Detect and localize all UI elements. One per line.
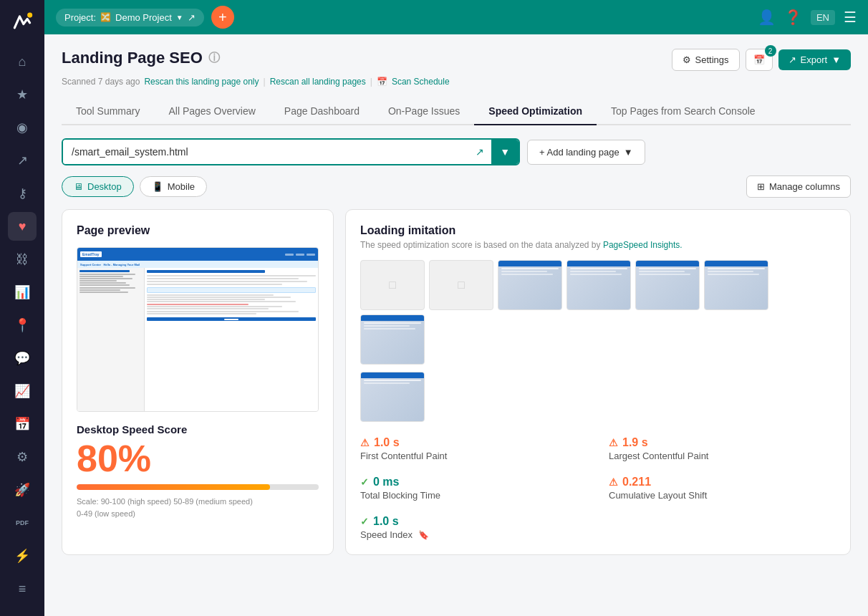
rescan-all-link[interactable]: Rescan all landing pages bbox=[270, 77, 366, 87]
content-area: Landing Page SEO ⓘ ⚙ Settings 📅 2 ↗ Expo… bbox=[44, 34, 868, 616]
metric-lcp-label: Largest Contentful Paint bbox=[609, 451, 836, 461]
chat-icon[interactable]: 💬 bbox=[8, 344, 37, 372]
tab-all-pages-overview[interactable]: All Pages Overview bbox=[154, 98, 269, 125]
link-icon[interactable]: ⛓ bbox=[8, 245, 37, 274]
pagespeed-link[interactable]: PageSpeed Insights. bbox=[603, 240, 683, 250]
divider2: | bbox=[370, 77, 372, 87]
list-icon[interactable]: ≡ bbox=[8, 574, 37, 603]
help-circle-icon[interactable]: ⓘ bbox=[208, 51, 220, 66]
bar-chart-icon[interactable]: 📊 bbox=[8, 278, 37, 307]
external-link-icon[interactable]: ↗ bbox=[468, 140, 491, 164]
view-toggle-bar: 🖥 Desktop 📱 Mobile ⊞ Manage columns bbox=[62, 175, 851, 198]
warning-icon: ⚠ bbox=[360, 437, 370, 448]
menu-icon[interactable]: ☰ bbox=[844, 9, 857, 26]
mobile-icon: 📱 bbox=[152, 181, 163, 192]
metric-cls: ⚠ 0.211 Cumulative Layout Shift bbox=[609, 476, 836, 501]
screenshot-thumb-1: □ bbox=[360, 260, 425, 310]
mobile-toggle[interactable]: 📱 Mobile bbox=[140, 176, 207, 197]
calendar-button[interactable]: 📅 2 bbox=[746, 49, 773, 71]
screenshot-strip-row2 bbox=[360, 372, 836, 422]
location-icon[interactable]: 📍 bbox=[8, 311, 37, 340]
screenshot-strip-row1: □ □ bbox=[360, 260, 836, 365]
main-wrapper: Project: 🔀 Demo Project ▼ ↗ + 👤 ❓ EN ☰ L… bbox=[44, 0, 868, 616]
page-title: Landing Page SEO ⓘ bbox=[62, 49, 220, 67]
chart-icon[interactable]: ↗ bbox=[8, 146, 37, 175]
metric-lcp-value: ⚠ 1.9 s bbox=[609, 436, 836, 449]
export-arrow-icon: ↗ bbox=[789, 54, 796, 65]
tab-tool-summary[interactable]: Tool Summary bbox=[62, 98, 154, 125]
chevron-down-icon: ▼ bbox=[624, 147, 633, 158]
add-project-button[interactable]: + bbox=[211, 6, 234, 29]
calendar-icon: 📅 bbox=[753, 54, 765, 65]
metric-si-value: ✓ 1.0 s bbox=[360, 515, 587, 528]
app-logo bbox=[8, 7, 37, 36]
analytics2-icon[interactable]: 📈 bbox=[8, 377, 37, 405]
speed-bar-fill bbox=[77, 484, 270, 490]
page-title-group: Landing Page SEO ⓘ bbox=[62, 49, 220, 67]
warning-icon: ⚠ bbox=[609, 437, 618, 448]
key-icon[interactable]: ⚷ bbox=[8, 179, 37, 208]
metric-si: ✓ 1.0 s Speed Index 🔖 bbox=[360, 515, 587, 540]
metric-lcp: ⚠ 1.9 s Largest Contentful Paint bbox=[609, 436, 836, 461]
chevron-down-icon: ▼ bbox=[176, 14, 183, 21]
loading-subtitle: The speed optimization score is based on… bbox=[360, 240, 836, 250]
screenshot-thumb-2: □ bbox=[429, 260, 493, 310]
scan-schedule-link[interactable]: Scan Schedule bbox=[392, 77, 450, 87]
help-icon[interactable]: ❓ bbox=[784, 9, 802, 26]
speed-score-value: 80% bbox=[77, 440, 319, 477]
pdf-icon[interactable]: PDF bbox=[8, 509, 37, 537]
metric-tbt: ✓ 0 ms Total Blocking Time bbox=[360, 476, 587, 501]
rescan-page-link[interactable]: Rescan this landing page only bbox=[144, 77, 259, 87]
right-panel: Loading imitation The speed optimization… bbox=[345, 209, 851, 555]
warning-icon: ⚠ bbox=[609, 476, 618, 488]
language-toggle[interactable]: EN bbox=[811, 10, 835, 25]
metric-tbt-label: Total Blocking Time bbox=[360, 490, 587, 501]
metric-si-label: Speed Index 🔖 bbox=[360, 529, 587, 540]
bolt-icon[interactable]: ⚡ bbox=[8, 542, 37, 570]
project-selector[interactable]: Project: 🔀 Demo Project ▼ ↗ bbox=[56, 9, 204, 27]
speed-bar-track bbox=[77, 484, 319, 490]
device-toggle-group: 🖥 Desktop 📱 Mobile bbox=[62, 176, 207, 197]
main-panels: Page preview EmailTray S bbox=[62, 209, 851, 555]
url-dropdown-button[interactable]: ▼ bbox=[491, 140, 519, 164]
metric-fcp-label: First Contentful Paint bbox=[360, 451, 587, 461]
scan-schedule-icon: 📅 bbox=[377, 77, 387, 87]
scanned-text: Scanned 7 days ago bbox=[62, 77, 140, 87]
screenshot-thumb-6 bbox=[704, 260, 768, 310]
left-panel: Page preview EmailTray S bbox=[62, 209, 334, 555]
user-icon[interactable]: 👤 bbox=[758, 9, 776, 26]
star-icon[interactable]: ★ bbox=[8, 80, 37, 109]
main-tabs: Tool Summary All Pages Overview Page Das… bbox=[62, 98, 851, 125]
url-input-wrapper: ↗ ▼ bbox=[62, 138, 520, 165]
metric-cls-value: ⚠ 0.211 bbox=[609, 476, 836, 489]
external-link-icon[interactable]: ↗ bbox=[188, 12, 196, 23]
topbar-actions: 👤 ❓ EN ☰ bbox=[758, 9, 857, 26]
desktop-toggle[interactable]: 🖥 Desktop bbox=[62, 176, 134, 197]
manage-columns-button[interactable]: ⊞ Manage columns bbox=[746, 175, 851, 198]
settings-button[interactable]: ⚙ Settings bbox=[672, 49, 740, 71]
speed-scale-text: Scale: 90-100 (high speed) 50-89 (medium… bbox=[77, 496, 319, 519]
tab-top-pages-search-console[interactable]: Top Pages from Search Console bbox=[597, 98, 770, 125]
rocket-icon[interactable]: 🚀 bbox=[8, 476, 37, 504]
url-input[interactable] bbox=[63, 140, 468, 164]
project-name: Demo Project bbox=[115, 12, 172, 23]
calendar2-icon[interactable]: 📅 bbox=[8, 410, 37, 438]
chevron-down-icon: ▼ bbox=[831, 54, 841, 65]
export-button[interactable]: ↗ Export ▼ bbox=[778, 49, 851, 70]
metric-cls-label: Cumulative Layout Shift bbox=[609, 490, 836, 501]
page-preview-title: Page preview bbox=[77, 224, 319, 237]
home-icon[interactable]: ⌂ bbox=[8, 47, 37, 76]
globe-icon[interactable]: ◉ bbox=[8, 113, 37, 142]
page-header: Landing Page SEO ⓘ ⚙ Settings 📅 2 ↗ Expo… bbox=[62, 49, 851, 71]
scan-info-bar: Scanned 7 days ago Rescan this landing p… bbox=[62, 77, 851, 87]
tab-on-page-issues[interactable]: On-Page Issues bbox=[374, 98, 474, 125]
project-label: Project: bbox=[64, 12, 96, 23]
tab-speed-optimization[interactable]: Speed Optimization bbox=[474, 98, 597, 125]
metric-tbt-value: ✓ 0 ms bbox=[360, 476, 587, 489]
heart-icon[interactable]: ♥ bbox=[8, 212, 37, 241]
add-landing-page-button[interactable]: + Add landing page ▼ bbox=[527, 140, 645, 165]
screenshot-thumb-8 bbox=[360, 372, 425, 422]
tab-page-dashboard[interactable]: Page Dashboard bbox=[270, 98, 374, 125]
check-icon: ✓ bbox=[360, 516, 369, 527]
settings-icon[interactable]: ⚙ bbox=[8, 443, 37, 471]
